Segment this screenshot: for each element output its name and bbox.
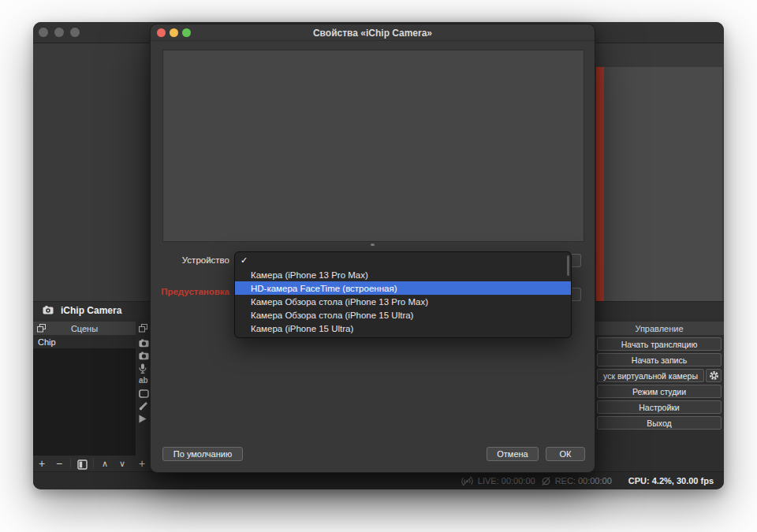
preset-combobox-edge[interactable] [571, 288, 581, 301]
toolbar-divider [70, 458, 71, 469]
media-source-play-icon[interactable] [139, 413, 149, 424]
dropdown-item-label: HD-камера FaceTime (встроенная) [251, 284, 397, 293]
scene-name: Chip [38, 337, 56, 347]
dropdown-item-label: Камера Обзора стола (iPhone 13 Pro Max) [251, 297, 428, 307]
scenes-toolbar: + − ∧ ∨ [33, 456, 136, 471]
minimize-button-inactive[interactable] [54, 28, 64, 37]
dropdown-item-label: Камера (iPhone 13 Pro Max) [251, 270, 368, 280]
source-selection-border [596, 67, 604, 318]
dialog-titlebar[interactable]: Свойства «iChip Camera» [151, 24, 595, 41]
toolbar-divider [93, 458, 94, 469]
move-scene-down-button[interactable]: ∨ [114, 456, 131, 471]
dropdown-scrollbar[interactable] [567, 255, 569, 276]
dropdown-item[interactable]: Камера (iPhone 13 Pro Max) [235, 268, 571, 281]
start-streaming-button[interactable]: Начать трансляцию [597, 337, 722, 351]
move-scene-up-button[interactable]: ∧ [96, 456, 114, 471]
color-source-brush-icon[interactable] [139, 400, 149, 411]
zoom-button[interactable] [182, 28, 191, 37]
dropdown-item[interactable]: Камера (iPhone 15 Ultra) [235, 322, 571, 335]
source-list-icons: ab [139, 337, 149, 424]
device-combobox-edge[interactable] [571, 254, 581, 267]
scenes-list[interactable]: Chip [33, 335, 136, 456]
desktop: iChip Camera Сцены Chip [0, 0, 757, 532]
dropdown-item[interactable]: Камера Обзора стола (iPhone 13 Pro Max) [235, 295, 571, 308]
ok-button[interactable]: ОК [546, 447, 585, 461]
checkmark-icon: ✓ [241, 255, 248, 266]
device-field-label: Устройство [151, 255, 229, 265]
close-button-inactive[interactable] [39, 28, 48, 37]
start-recording-button[interactable]: Начать запись [597, 353, 722, 366]
scene-filters-icon[interactable] [73, 457, 91, 470]
rec-timer: REC: 00:00:00 [555, 476, 612, 485]
scene-list-item[interactable]: Chip [33, 335, 136, 348]
defaults-button[interactable]: По умолчанию [162, 447, 243, 461]
add-source-button[interactable]: + [139, 456, 145, 471]
preview-canvas [604, 67, 722, 322]
rec-muted-icon [541, 476, 551, 486]
controls-panel: Управление Начать трансляцию Начать запи… [595, 322, 724, 471]
microphone-source-icon[interactable] [139, 363, 149, 374]
start-virtual-camera-button[interactable]: уск виртуальной камеры [597, 369, 704, 382]
settings-button[interactable]: Настройки [597, 400, 722, 414]
scenes-panel: Сцены Chip + − [33, 322, 136, 471]
studio-mode-button[interactable]: Режим студии [597, 385, 722, 398]
status-bar: LIVE: 00:00:00 REC: 00:00:00 CPU: 4.2%, … [33, 471, 724, 489]
add-scene-button[interactable]: + [33, 456, 50, 471]
controls-buttons: Начать трансляцию Начать запись уск вирт… [597, 337, 722, 432]
source-row-label: iChip Camera [61, 305, 121, 316]
dropdown-item[interactable]: Камера Обзора стола (iPhone 15 Ultra) [235, 308, 571, 322]
close-button[interactable] [157, 28, 166, 37]
cancel-button[interactable]: Отмена [487, 447, 539, 461]
dropdown-item-label: Камера Обзора стола (iPhone 15 Ultra) [251, 311, 413, 320]
scenes-panel-title: Сцены [71, 324, 98, 333]
preview-resize-handle[interactable] [371, 244, 375, 246]
live-timer: LIVE: 00:00:00 [478, 476, 535, 485]
device-dropdown-list: ✓ Камера (iPhone 13 Pro Max) HD-камера F… [234, 251, 572, 338]
live-signal-muted-icon [461, 476, 474, 486]
live-status: LIVE: 00:00:00 [461, 476, 535, 486]
controls-panel-title: Управление [635, 324, 683, 333]
exit-button[interactable]: Выход [597, 416, 722, 430]
preset-field-label: Предустановка [151, 287, 229, 296]
virtual-camera-settings-gear-icon[interactable] [706, 369, 722, 382]
dropdown-item-highlighted[interactable]: HD-камера FaceTime (встроенная) [235, 281, 571, 295]
rec-status: REC: 00:00:00 [541, 476, 612, 486]
zoom-button-inactive[interactable] [70, 28, 80, 37]
dialog-title: Свойства «iChip Camera» [151, 24, 595, 41]
dock-float-icon[interactable] [37, 324, 46, 333]
minimize-button[interactable] [170, 28, 178, 37]
cpu-fps-readout: CPU: 4.2%, 30.00 fps [628, 476, 714, 485]
controls-panel-header[interactable]: Управление [595, 322, 724, 335]
camera-preview [162, 50, 584, 242]
display-capture-source-icon[interactable] [139, 388, 149, 399]
video-capture-source-icon[interactable] [139, 337, 149, 348]
dropdown-item[interactable]: ✓ [235, 255, 571, 268]
dock-float-icon[interactable] [139, 324, 147, 333]
dropdown-item-label: Камера (iPhone 15 Ultra) [251, 324, 353, 333]
scenes-panel-header[interactable]: Сцены [33, 322, 136, 335]
properties-dialog: Свойства «iChip Camera» Устройство Преду… [150, 24, 595, 473]
camera-source-icon [43, 306, 54, 314]
video-capture-source-icon[interactable] [139, 350, 149, 361]
text-source-icon[interactable]: ab [139, 375, 149, 386]
remove-scene-button[interactable]: − [50, 456, 68, 471]
